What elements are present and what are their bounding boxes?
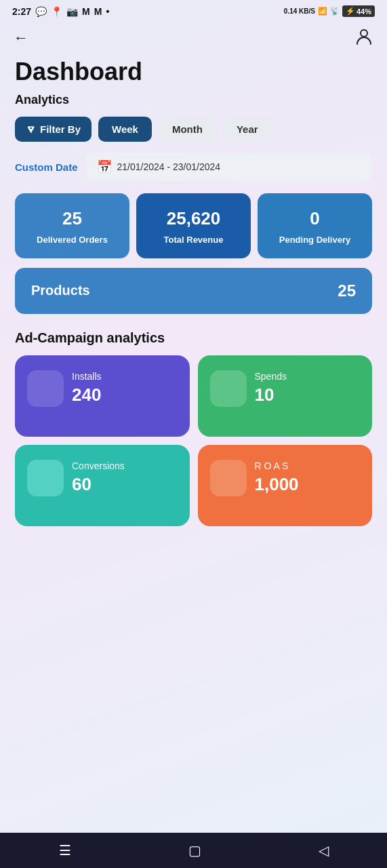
delivered-orders-label: Delivered Orders [23, 235, 121, 246]
wifi-icon: 📶 [318, 7, 327, 16]
whatsapp-icon: 💬 [35, 6, 47, 17]
network-speed: 0.14 KB/S [284, 7, 315, 15]
delivered-orders-number: 25 [23, 208, 121, 229]
filter-icon: ⛛ [26, 123, 36, 135]
status-bar: 2:27 💬 📍 📷 M M • 0.14 KB/S 📶 📡 ⚡ 44% [0, 0, 387, 20]
stat-card-pending: 0 Pending Delivery [258, 193, 372, 258]
stat-card-delivered: 25 Delivered Orders [15, 193, 129, 258]
page-title: Dashboard [15, 58, 372, 86]
products-count: 25 [338, 281, 356, 300]
top-nav: ← [0, 20, 387, 55]
pending-delivery-number: 0 [266, 208, 364, 229]
battery-indicator: ⚡ 44% [342, 5, 375, 17]
m2-icon: M [94, 6, 102, 17]
battery-icon: ⚡ [346, 7, 355, 16]
back-nav-icon[interactable]: ◁ [319, 842, 329, 859]
conversions-value: 60 [72, 474, 125, 495]
camera-icon: 📷 [66, 6, 78, 17]
products-bar[interactable]: Products 25 [15, 268, 372, 314]
roas-title: R O A S [255, 460, 299, 471]
pending-delivery-label: Pending Delivery [266, 235, 364, 246]
home-icon[interactable]: ▢ [188, 842, 201, 859]
ad-card-installs: Installs 240 [15, 355, 190, 437]
custom-date-value: 21/01/2024 - 23/01/2024 [117, 161, 221, 172]
dot-icon: • [106, 6, 109, 17]
svg-point-0 [361, 30, 367, 37]
calendar-icon: 📅 [97, 159, 112, 174]
roas-value: 1,000 [255, 474, 299, 495]
bottom-nav: ☰ ▢ ◁ [0, 833, 387, 868]
roas-text: R O A S 1,000 [255, 460, 299, 495]
back-button[interactable]: ← [14, 29, 28, 47]
installs-text: Installs 240 [72, 371, 102, 406]
ad-cards-grid: Installs 240 Spends 10 Conversions 60 [15, 355, 372, 526]
main-content: Dashboard Analytics ⛛ Filter By Week Mon… [0, 55, 387, 833]
products-label: Products [31, 283, 90, 298]
roas-circle [210, 460, 247, 496]
status-right: 0.14 KB/S 📶 📡 ⚡ 44% [284, 5, 375, 17]
ad-card-roas: R O A S 1,000 [198, 445, 373, 526]
total-revenue-number: 25,620 [144, 208, 243, 229]
status-time: 2:27 [12, 6, 31, 17]
signal-bars-icon: 📡 [330, 7, 340, 16]
m-icon: M [82, 6, 90, 17]
status-left: 2:27 💬 📍 📷 M M • [12, 6, 109, 17]
battery-percent: 44% [357, 7, 371, 16]
tab-week[interactable]: Week [98, 117, 152, 142]
signal-icon: 📍 [51, 6, 62, 17]
ad-card-conversions: Conversions 60 [15, 445, 190, 526]
custom-date-picker[interactable]: 📅 21/01/2024 - 23/01/2024 [86, 153, 372, 181]
analytics-label: Analytics [15, 93, 372, 107]
ad-campaign-label: Ad-Campaign analytics [15, 330, 372, 346]
installs-title: Installs [72, 371, 102, 382]
ad-card-spends: Spends 10 [198, 355, 373, 437]
tab-year[interactable]: Year [223, 117, 272, 142]
spends-text: Spends 10 [255, 371, 287, 406]
filter-row: ⛛ Filter By Week Month Year [15, 117, 372, 142]
filter-by-label: Filter By [40, 123, 81, 135]
spends-title: Spends [255, 371, 287, 382]
filter-by-button[interactable]: ⛛ Filter By [15, 117, 91, 142]
stats-row: 25 Delivered Orders 25,620 Total Revenue… [15, 193, 372, 258]
profile-button[interactable] [354, 26, 373, 50]
installs-circle [27, 370, 64, 407]
total-revenue-label: Total Revenue [144, 235, 243, 246]
installs-value: 240 [72, 384, 102, 406]
hamburger-icon[interactable]: ☰ [59, 842, 71, 859]
custom-date-label: Custom Date [15, 161, 78, 173]
conversions-circle [27, 460, 64, 496]
conversions-title: Conversions [72, 460, 125, 471]
tab-month[interactable]: Month [159, 117, 216, 142]
spends-value: 10 [255, 384, 287, 406]
spends-circle [210, 370, 247, 407]
conversions-text: Conversions 60 [72, 460, 125, 495]
stat-card-revenue: 25,620 Total Revenue [136, 193, 251, 258]
custom-date-row: Custom Date 📅 21/01/2024 - 23/01/2024 [15, 153, 372, 181]
